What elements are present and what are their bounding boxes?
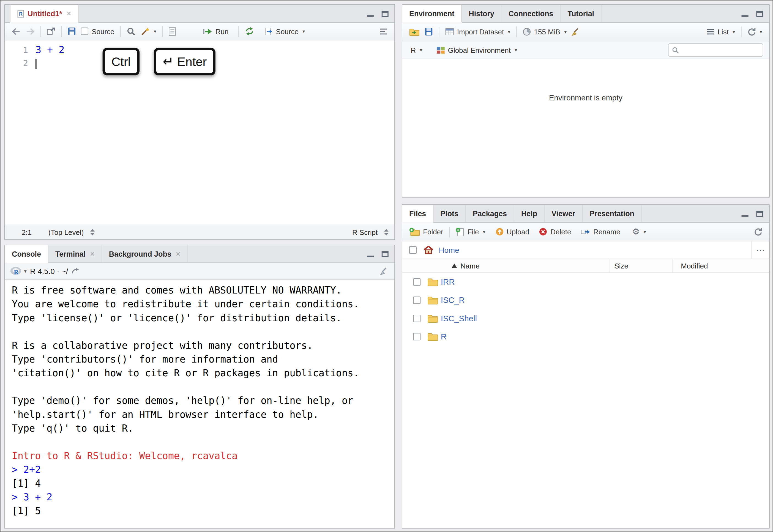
source-on-save-checkbox[interactable] <box>81 28 88 35</box>
new-folder-icon <box>409 227 420 236</box>
tab-connections[interactable]: Connections <box>502 5 561 22</box>
home-icon[interactable] <box>424 246 434 254</box>
maximize-pane-button[interactable] <box>382 251 389 257</box>
tab-packages[interactable]: Packages <box>466 205 514 222</box>
breadcrumb-home-link[interactable]: Home <box>439 246 459 254</box>
line-number: 2 <box>5 57 35 70</box>
list-icon <box>707 29 715 35</box>
tab-label: Help <box>521 209 537 218</box>
new-file-button[interactable]: File ▾ <box>453 226 488 238</box>
close-icon[interactable]: × <box>176 249 180 258</box>
tab-environment[interactable]: Environment <box>402 5 462 22</box>
select-all-checkbox[interactable] <box>409 246 417 254</box>
close-icon[interactable]: × <box>67 9 71 18</box>
tab-viewer[interactable]: Viewer <box>545 205 583 222</box>
scope-selector[interactable]: (Top Level) <box>48 228 84 236</box>
file-checkbox[interactable] <box>413 278 421 286</box>
environment-scope-selector[interactable]: Global Environment ▾ <box>434 45 520 55</box>
refresh-environment-button[interactable]: ▾ <box>745 26 765 37</box>
source-file-icon <box>264 27 273 35</box>
tab-help[interactable]: Help <box>514 205 545 222</box>
tab-tutorial[interactable]: Tutorial <box>561 5 602 22</box>
maximize-pane-button[interactable] <box>382 11 389 17</box>
rename-button[interactable]: Rename <box>579 226 623 237</box>
file-type-selector[interactable]: R Script <box>352 228 377 236</box>
maximize-pane-button[interactable] <box>756 11 763 17</box>
tab-console[interactable]: Console <box>5 245 48 263</box>
load-workspace-button[interactable] <box>407 26 422 37</box>
pane-window-buttons <box>742 205 763 222</box>
separator <box>238 26 238 37</box>
file-link[interactable]: R <box>441 332 447 341</box>
environment-search-input[interactable] <box>681 46 759 54</box>
minimize-pane-button[interactable] <box>367 15 374 17</box>
tab-background-jobs[interactable]: Background Jobs × <box>102 245 188 263</box>
tab-presentation[interactable]: Presentation <box>583 205 642 222</box>
import-dataset-button[interactable]: Import Dataset ▾ <box>443 26 513 37</box>
column-header-name[interactable]: Name <box>402 262 609 270</box>
tab-terminal[interactable]: Terminal × <box>48 245 102 263</box>
source-file-button[interactable]: Source ▾ <box>262 26 308 37</box>
column-header-modified[interactable]: Modified <box>673 259 769 272</box>
code-tools-button[interactable]: ▾ <box>138 25 159 37</box>
run-button[interactable]: Run <box>200 26 231 37</box>
compile-report-button[interactable] <box>166 25 179 37</box>
save-workspace-button[interactable] <box>422 26 435 37</box>
tab-plots[interactable]: Plots <box>434 205 466 222</box>
separator <box>61 26 62 37</box>
r-version-selector[interactable]: R ▾ <box>10 267 27 276</box>
memory-usage-button[interactable]: 155 MiB ▾ <box>520 26 569 37</box>
maximize-pane-button[interactable] <box>756 211 763 216</box>
delete-icon <box>539 227 547 236</box>
document-outline-button[interactable] <box>377 26 390 36</box>
tab-files[interactable]: Files <box>402 205 434 222</box>
rerun-button[interactable] <box>242 26 257 37</box>
language-selector[interactable]: R ▾ <box>408 45 425 55</box>
upload-label: Upload <box>507 228 529 236</box>
close-icon[interactable]: × <box>90 249 95 258</box>
breadcrumb-more-button[interactable]: ⋯ <box>751 241 769 259</box>
column-header-size[interactable]: Size <box>609 259 673 272</box>
file-checkbox-cell <box>402 297 425 304</box>
refresh-files-button[interactable] <box>751 226 764 237</box>
open-in-new-window-button[interactable] <box>44 26 57 37</box>
clear-console-broom-icon[interactable] <box>380 267 390 276</box>
console-output[interactable]: R is free software and comes with ABSOLU… <box>5 280 395 528</box>
file-checkbox[interactable] <box>413 315 421 322</box>
minimize-pane-button[interactable] <box>367 255 374 257</box>
minimize-pane-button[interactable] <box>742 215 749 216</box>
clear-environment-broom-icon[interactable] <box>569 26 584 38</box>
list-view-button[interactable]: List ▾ <box>704 26 738 37</box>
import-dataset-label: Import Dataset <box>457 28 504 36</box>
new-folder-button[interactable]: Folder <box>407 226 446 237</box>
minimize-pane-button[interactable] <box>742 15 749 17</box>
line-number: 1 <box>5 43 35 57</box>
upload-button[interactable]: Upload <box>493 226 532 237</box>
code-editor[interactable]: 1 2 3 + 2 Ctrl ↵ Enter <box>5 40 395 225</box>
chevron-down-icon: ▾ <box>24 268 27 274</box>
go-to-directory-icon[interactable] <box>72 268 79 274</box>
file-link[interactable]: ISC_Shell <box>441 314 477 323</box>
chevron-down-icon: ▾ <box>760 29 762 35</box>
new-folder-label: Folder <box>423 228 443 236</box>
environment-pane: Environment History Connections Tutorial <box>402 4 770 198</box>
run-label: Run <box>215 27 229 35</box>
tab-untitled1[interactable]: R Untitled1* × <box>10 5 79 22</box>
more-options-button[interactable]: ⚙ ▾ <box>630 227 649 236</box>
tab-history[interactable]: History <box>462 5 502 22</box>
delete-button[interactable]: Delete <box>537 226 574 237</box>
file-link[interactable]: ISC_R <box>441 295 465 305</box>
forward-button[interactable] <box>23 26 37 36</box>
find-replace-button[interactable] <box>124 25 138 37</box>
chevron-down-icon: ▾ <box>644 229 646 235</box>
file-link[interactable]: IRR <box>441 277 455 287</box>
enter-key-label: Enter <box>177 54 207 69</box>
file-checkbox[interactable] <box>413 333 421 341</box>
save-button[interactable] <box>65 26 78 37</box>
console-line: Intro to R & RStudio: Welcome, rcavalca <box>12 449 395 463</box>
list-view-label: List <box>717 28 728 36</box>
source-statusbar: 2:1 (Top Level) R Script <box>5 225 395 240</box>
back-button[interactable] <box>9 26 23 36</box>
separator <box>741 26 742 37</box>
file-checkbox[interactable] <box>413 297 421 304</box>
